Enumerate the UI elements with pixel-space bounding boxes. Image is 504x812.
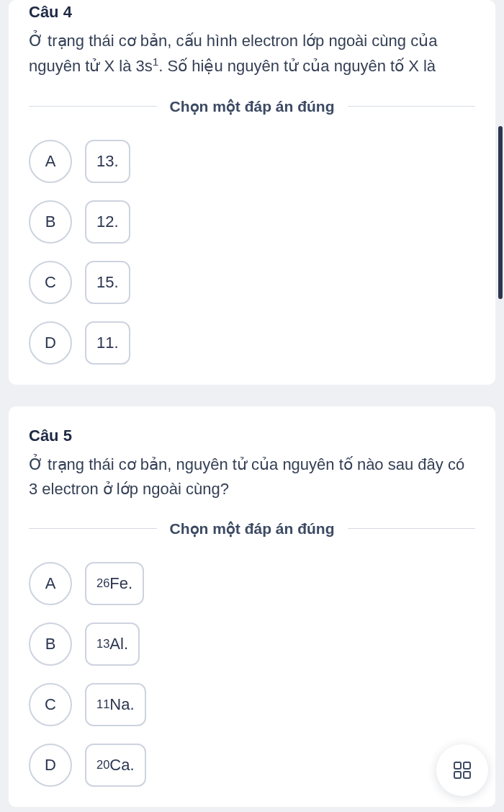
quiz-page: Câu 4 Ở trạng thái cơ bản, cấu hình elec… [0,0,504,812]
option-row: C 15. [29,261,475,304]
question-card: Câu 5 Ở trạng thái cơ bản, nguyên tử của… [9,406,495,807]
option-letter-button[interactable]: C [29,683,72,726]
option-letter-button[interactable]: B [29,623,72,666]
options-list: A 26Fe. B 13Al. C 11Na. D 20Ca. [29,562,475,787]
divider-line [29,528,157,529]
option-row: A 26Fe. [29,562,475,605]
question-card: Câu 4 Ở trạng thái cơ bản, cấu hình elec… [9,0,495,385]
question-body: Ở trạng thái cơ bản, cấu hình electron l… [29,29,475,79]
option-value-button[interactable]: 11. [85,321,130,365]
divider-line [348,106,476,107]
option-row: D 20Ca. [29,744,475,787]
svg-rect-0 [454,762,461,769]
instruction-divider: Chọn một đáp án đúng [29,98,475,115]
option-row: A 13. [29,140,475,183]
option-row: B 12. [29,200,475,244]
options-list: A 13. B 12. C 15. D 11. [29,140,475,365]
grid-menu-button[interactable] [436,744,488,796]
divider-line [348,528,476,529]
instruction-divider: Chọn một đáp án đúng [29,520,475,537]
option-row: D 11. [29,321,475,365]
option-letter-button[interactable]: D [29,744,72,787]
option-letter-button[interactable]: C [29,261,72,304]
instruction-text: Chọn một đáp án đúng [170,520,335,537]
question-body: Ở trạng thái cơ bản, nguyên tử của nguyê… [29,452,475,501]
option-value-button[interactable]: 12. [85,200,130,244]
svg-rect-3 [464,772,470,778]
scrollbar-thumb[interactable] [498,126,503,299]
option-letter-button[interactable]: A [29,140,72,183]
question-title: Câu 5 [29,427,475,445]
option-value-button[interactable]: 11Na. [85,683,146,726]
instruction-text: Chọn một đáp án đúng [170,98,335,115]
option-value-button[interactable]: 13. [85,140,130,183]
option-letter-button[interactable]: A [29,562,72,605]
svg-rect-2 [454,772,461,778]
question-title: Câu 4 [29,3,475,22]
svg-rect-1 [464,762,470,769]
option-value-button[interactable]: 15. [85,261,130,304]
option-letter-button[interactable]: D [29,321,72,365]
option-row: B 13Al. [29,623,475,666]
option-value-button[interactable]: 20Ca. [85,744,146,787]
divider-line [29,106,157,107]
option-row: C 11Na. [29,683,475,726]
option-value-button[interactable]: 26Fe. [85,562,144,605]
option-letter-button[interactable]: B [29,200,72,244]
grid-icon [452,760,472,780]
option-value-button[interactable]: 13Al. [85,623,140,666]
